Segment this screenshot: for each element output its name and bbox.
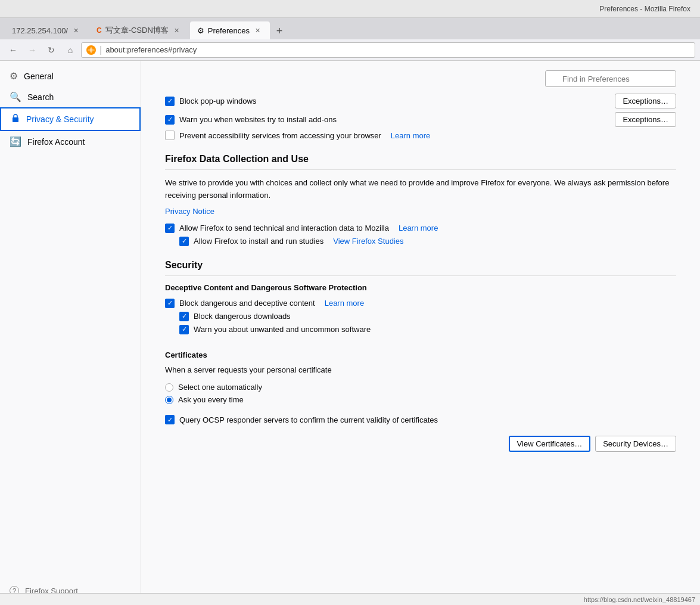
block-popups-exceptions-btn[interactable]: Exceptions… — [615, 94, 676, 108]
block-downloads-checkbox[interactable] — [179, 312, 189, 321]
block-downloads-label: Block dangerous downloads — [194, 312, 291, 321]
security-devices-btn[interactable]: Security Devices… — [595, 436, 676, 452]
deceptive-subtitle: Deceptive Content and Dangerous Software… — [165, 283, 676, 292]
sidebar-item-privacy[interactable]: Privacy & Security — [0, 107, 141, 131]
prevent-accessibility-row: Prevent accessibility services from acce… — [165, 129, 676, 142]
prevent-accessibility-checkbox[interactable] — [165, 131, 175, 140]
reload-button[interactable]: ↻ — [43, 42, 60, 58]
ask-every-label: Ask you every time — [178, 395, 244, 404]
ask-every-row: Ask you every time — [165, 393, 676, 406]
tab-csdn-icon: C — [97, 26, 102, 35]
tab-ip-close[interactable]: ✕ — [71, 26, 81, 35]
privacy-notice-link[interactable]: Privacy Notice — [165, 207, 676, 216]
address-bar[interactable]: | about:preferences#privacy — [81, 42, 695, 58]
search-area: 🔍 — [141, 61, 700, 92]
tab-preferences[interactable]: ⚙ Preferences ✕ — [190, 21, 270, 39]
block-downloads-row: Block dangerous downloads — [165, 310, 676, 323]
allow-studies-checkbox[interactable] — [179, 237, 189, 246]
data-collection-title: Firefox Data Collection and Use — [165, 154, 676, 170]
data-collection-section: Firefox Data Collection and Use We striv… — [141, 154, 700, 260]
view-certificates-btn[interactable]: View Certificates… — [509, 436, 591, 452]
block-dangerous-label: Block dangerous and deceptive content — [179, 299, 315, 308]
tab-bar: 172.25.254.100/ ✕ C 写文章-CSDN博客 ✕ ⚙ Prefe… — [0, 18, 700, 39]
warn-addons-label: Warn you when websites try to install ad… — [179, 115, 337, 124]
new-tab-button[interactable]: + — [271, 23, 288, 39]
tab-ip[interactable]: 172.25.254.100/ ✕ — [5, 21, 88, 39]
sidebar-item-search-label: Search — [27, 92, 54, 102]
data-collection-description: We strive to provide you with choices an… — [165, 177, 676, 202]
title-bar: Preferences - Mozilla Firefox — [0, 0, 700, 18]
certificates-description: When a server requests your personal cer… — [165, 364, 676, 377]
cert-buttons-row: View Certificates… Security Devices… — [165, 436, 676, 452]
window-title: Preferences - Mozilla Firefox — [599, 5, 690, 13]
view-studies-link[interactable]: View Firefox Studies — [333, 237, 403, 246]
select-auto-label: Select one automatically — [178, 383, 262, 392]
allow-studies-label: Allow Firefox to install and run studies — [194, 237, 323, 246]
query-ocsp-checkbox[interactable] — [165, 415, 175, 424]
warn-unwanted-checkbox[interactable] — [179, 325, 189, 334]
query-ocsp-row: Query OCSP responder servers to confirm … — [165, 413, 676, 426]
select-auto-row: Select one automatically — [165, 381, 676, 393]
block-dangerous-row: Block dangerous and deceptive content Le… — [165, 297, 676, 310]
sidebar-item-firefox-account-label: Firefox Account — [27, 137, 85, 147]
status-url: https://blog.csdn.net/weixin_48819467 — [584, 596, 695, 603]
warn-addons-exceptions-btn[interactable]: Exceptions… — [615, 112, 676, 127]
sidebar-item-privacy-label: Privacy & Security — [26, 114, 94, 124]
search-icon: 🔍 — [10, 91, 21, 103]
block-popups-label: Block pop-up windows — [179, 97, 256, 106]
status-bar: https://blog.csdn.net/weixin_48819467 — [0, 593, 700, 605]
sidebar-item-general[interactable]: ⚙ General — [0, 66, 141, 86]
warn-addons-row: Warn you when websites try to install ad… — [165, 110, 676, 129]
security-section: Security Deceptive Content and Dangerous… — [141, 260, 700, 464]
tab-csdn[interactable]: C 写文章-CSDN博客 ✕ — [89, 21, 189, 39]
nav-bar: ← → ↻ ⌂ | about:preferences#privacy — [0, 39, 700, 61]
address-text: about:preferences#privacy — [105, 45, 197, 54]
back-button[interactable]: ← — [5, 42, 21, 58]
allow-technical-checkbox[interactable] — [165, 224, 175, 233]
general-icon: ⚙ — [10, 70, 18, 82]
home-button[interactable]: ⌂ — [62, 42, 79, 58]
certificates-subtitle: Certificates — [165, 350, 676, 359]
block-dangerous-checkbox[interactable] — [165, 299, 175, 308]
warn-unwanted-label: Warn you about unwanted and uncommon sof… — [194, 325, 371, 334]
firefox-account-icon: 🔄 — [10, 136, 21, 147]
content-area: 🔍 Block pop-up windows Exceptions… Warn … — [141, 61, 700, 605]
security-title: Security — [165, 260, 676, 276]
find-wrapper: 🔍 — [545, 70, 676, 87]
sidebar-item-search[interactable]: 🔍 Search — [0, 86, 141, 107]
tab-ip-label: 172.25.254.100/ — [12, 26, 68, 35]
select-auto-radio[interactable] — [165, 383, 173, 392]
tab-csdn-close[interactable]: ✕ — [172, 26, 182, 35]
sidebar: ⚙ General 🔍 Search Privacy & Security 🔄 … — [0, 61, 141, 605]
block-popups-row: Block pop-up windows Exceptions… — [165, 92, 676, 110]
sidebar-item-firefox-account[interactable]: 🔄 Firefox Account — [0, 131, 141, 152]
prevent-accessibility-label: Prevent accessibility services from acce… — [179, 131, 381, 140]
tab-preferences-icon: ⚙ — [197, 26, 204, 35]
warn-addons-checkbox[interactable] — [165, 115, 175, 125]
firefox-logo — [86, 45, 96, 55]
block-popups-checkbox[interactable] — [165, 97, 175, 106]
sidebar-item-general-label: General — [24, 72, 54, 81]
popups-section: Block pop-up windows Exceptions… Warn yo… — [141, 92, 700, 154]
tab-preferences-close[interactable]: ✕ — [253, 26, 263, 35]
allow-studies-row: Allow Firefox to install and run studies… — [165, 235, 676, 248]
address-separator: | — [99, 45, 102, 55]
allow-technical-label: Allow Firefox to send technical and inte… — [179, 224, 389, 232]
svg-rect-2 — [13, 117, 18, 122]
tab-preferences-label: Preferences — [208, 26, 250, 35]
svg-point-1 — [88, 48, 95, 51]
find-input[interactable] — [545, 70, 676, 87]
warn-unwanted-row: Warn you about unwanted and uncommon sof… — [165, 323, 676, 336]
block-dangerous-learn-more[interactable]: Learn more — [325, 299, 364, 308]
tab-csdn-label: 写文章-CSDN博客 — [105, 25, 169, 36]
ask-every-radio[interactable] — [165, 396, 173, 404]
query-ocsp-label: Query OCSP responder servers to confirm … — [179, 415, 438, 424]
prevent-accessibility-learn-more[interactable]: Learn more — [391, 131, 430, 140]
allow-technical-learn-more[interactable]: Learn more — [399, 224, 438, 232]
lock-icon — [11, 113, 20, 125]
forward-button[interactable]: → — [24, 42, 41, 58]
allow-technical-row: Allow Firefox to send technical and inte… — [165, 222, 676, 235]
main-layout: ⚙ General 🔍 Search Privacy & Security 🔄 … — [0, 61, 700, 605]
